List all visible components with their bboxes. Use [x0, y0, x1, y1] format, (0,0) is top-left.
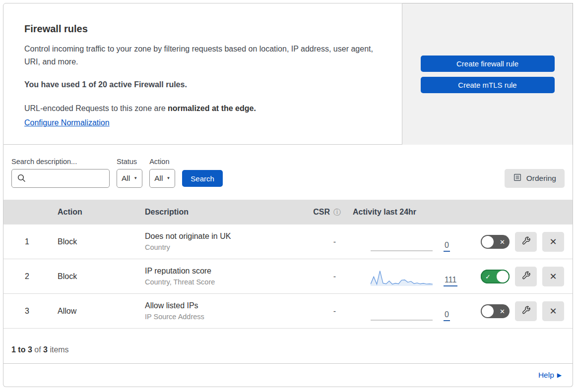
rule-enable-toggle[interactable]: ✓ ✕ — [481, 235, 510, 249]
action-label: Action — [149, 158, 175, 166]
rule-action: Allow — [51, 307, 140, 316]
page-title: Firewall rules — [24, 23, 381, 35]
status-label: Status — [117, 158, 142, 166]
wrench-icon — [521, 305, 531, 317]
normalization-bold: normalized at the edge. — [168, 104, 256, 112]
rule-activity-cell: 111 — [346, 267, 462, 286]
firewall-intro-card: Firewall rules Control incoming traffic … — [3, 3, 402, 145]
create-firewall-rule-button[interactable]: Create firewall rule — [421, 56, 555, 72]
rules-card: Search description... Status All ▼ Actio… — [3, 145, 573, 364]
ordering-icon — [513, 173, 522, 184]
ordering-label: Ordering — [526, 174, 556, 183]
search-box — [11, 169, 110, 188]
status-select[interactable]: All ▼ — [117, 169, 142, 188]
close-icon: ✕ — [549, 271, 557, 282]
rule-csr: - — [299, 237, 346, 246]
rule-criteria: IP Source Address — [145, 313, 299, 321]
activity-sparkline-flat — [371, 303, 433, 321]
activity-sparkline-flat — [371, 234, 433, 252]
rule-priority: 2 — [3, 272, 51, 281]
chevron-down-icon: ▼ — [166, 176, 170, 180]
search-button[interactable]: Search — [182, 170, 223, 187]
pagination-total: 3 — [43, 345, 48, 354]
chevron-down-icon: ▼ — [133, 176, 137, 180]
create-mtls-rule-button[interactable]: Create mTLS rule — [421, 77, 555, 93]
edit-rule-button[interactable] — [515, 232, 537, 252]
check-icon: ✓ — [485, 273, 491, 280]
action-value: All — [154, 174, 163, 183]
rule-criteria: Country — [145, 243, 299, 251]
help-strip: Help ▶ — [3, 364, 573, 387]
rule-activity-cell: 0 — [346, 301, 462, 321]
search-label: Search description... — [11, 158, 110, 166]
search-field-group: Search description... — [11, 158, 110, 188]
close-icon: ✕ — [549, 236, 557, 247]
rule-criteria: Country, Threat Score — [145, 278, 299, 286]
rule-action: Block — [51, 272, 140, 281]
delete-rule-button[interactable]: ✕ — [542, 232, 564, 252]
activity-count-link[interactable]: 0 — [444, 241, 450, 252]
edit-rule-button[interactable] — [515, 301, 537, 321]
action-select[interactable]: All ▼ — [149, 169, 175, 188]
page-description: Control incoming traffic to your zone by… — [24, 43, 381, 68]
rule-enable-toggle[interactable]: ✓ ✕ — [481, 270, 510, 283]
rule-controls: ✓ ✕ ✕ — [462, 267, 573, 286]
rule-description: Allow listed IPs — [145, 301, 299, 310]
wrench-icon — [521, 236, 531, 247]
rule-description-cell: Allow listed IPs IP Source Address — [140, 301, 299, 321]
rule-description-cell: Does not originate in UK Country — [140, 232, 299, 251]
normalization-note: URL-encoded Requests to this zone are no… — [24, 102, 381, 115]
rule-csr: - — [299, 272, 346, 281]
status-filter-group: Status All ▼ — [117, 158, 142, 188]
rule-controls: ✓ ✕ ✕ — [462, 232, 573, 252]
header-action: Action — [51, 208, 140, 217]
rule-description: IP reputation score — [145, 267, 299, 276]
activity-count-link[interactable]: 111 — [444, 276, 457, 286]
pagination-items: items — [48, 345, 69, 354]
rule-priority: 1 — [3, 237, 51, 246]
header-csr: CSR ⓘ — [299, 208, 346, 217]
top-section: Firewall rules Control incoming traffic … — [3, 3, 573, 145]
toggle-knob — [497, 271, 509, 282]
edit-rule-button[interactable] — [515, 267, 537, 286]
delete-rule-button[interactable]: ✕ — [542, 301, 564, 321]
help-label: Help — [538, 371, 554, 380]
activity-sparkline — [371, 269, 433, 286]
table-row: 3 Allow Allow listed IPs IP Source Addre… — [3, 294, 573, 329]
status-value: All — [122, 174, 130, 183]
normalization-text: URL-encoded Requests to this zone are — [24, 104, 168, 112]
table-header: Action Description CSR ⓘ Activity last 2… — [3, 200, 573, 224]
rule-description-cell: IP reputation score Country, Threat Scor… — [140, 267, 299, 286]
rule-priority: 3 — [3, 307, 51, 316]
pagination-of: of — [32, 345, 43, 354]
header-description: Description — [140, 208, 299, 217]
ordering-button[interactable]: Ordering — [505, 169, 565, 188]
close-icon: ✕ — [549, 306, 557, 317]
actions-panel: Create firewall rule Create mTLS rule — [402, 3, 573, 145]
wrench-icon — [521, 271, 531, 282]
x-icon: ✕ — [500, 238, 505, 245]
rule-activity-cell: 0 — [346, 232, 462, 252]
filter-bar: Search description... Status All ▼ Actio… — [3, 145, 573, 200]
configure-normalization-link[interactable]: Configure Normalization — [24, 118, 110, 127]
rule-controls: ✓ ✕ ✕ — [462, 301, 573, 321]
pagination-summary: 1 to 3 of 3 items — [3, 329, 573, 363]
pagination-range: 1 to 3 — [11, 345, 32, 354]
table-row: 1 Block Does not originate in UK Country… — [3, 224, 573, 259]
delete-rule-button[interactable]: ✕ — [542, 267, 564, 286]
rule-description: Does not originate in UK — [145, 232, 299, 241]
search-icon — [17, 173, 26, 185]
x-icon: ✕ — [500, 308, 505, 314]
activity-count-link[interactable]: 0 — [444, 311, 450, 321]
rule-enable-toggle[interactable]: ✓ ✕ — [481, 304, 510, 318]
help-link[interactable]: Help ▶ — [538, 371, 562, 380]
rule-csr: - — [299, 307, 346, 316]
usage-summary: You have used 1 of 20 active Firewall ru… — [24, 78, 381, 91]
toggle-knob — [482, 236, 494, 248]
table-row: 2 Block IP reputation score Country, Thr… — [3, 259, 573, 294]
arrow-right-icon: ▶ — [557, 372, 562, 379]
header-activity: Activity last 24hr — [346, 208, 462, 217]
rule-action: Block — [51, 237, 140, 246]
toggle-knob — [482, 305, 494, 317]
info-icon[interactable]: ⓘ — [333, 208, 341, 217]
